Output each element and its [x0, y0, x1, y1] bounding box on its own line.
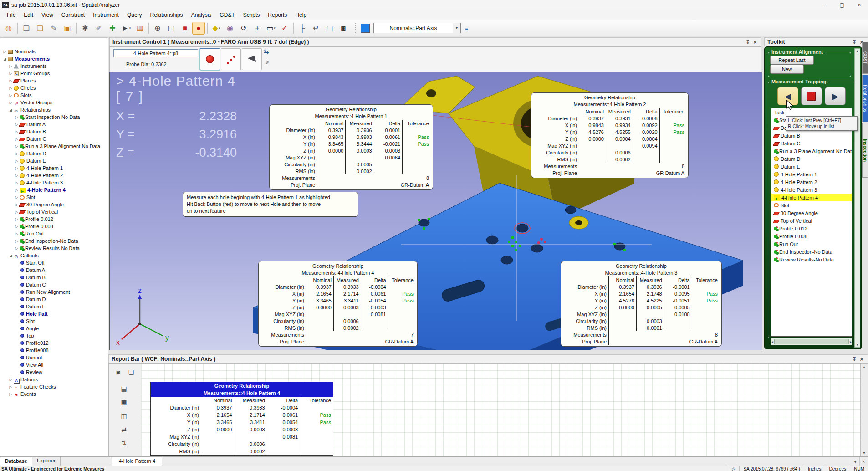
tree-item[interactable]: ▷Vector Groups: [0, 99, 108, 106]
nav-tab-explorer[interactable]: Explorer: [32, 457, 61, 466]
frame-combo[interactable]: Nominals::Part Axis ▾: [373, 23, 461, 33]
expand-arrow-icon[interactable]: ▷: [14, 159, 19, 163]
expand-arrow-icon[interactable]: ▷: [14, 181, 19, 185]
expand-arrow-icon[interactable]: ◢: [8, 254, 13, 258]
tree-item[interactable]: ▷Events: [0, 390, 108, 398]
task-item[interactable]: Datum E: [771, 163, 852, 170]
add-instrument-icon[interactable]: ✚: [106, 22, 119, 35]
tree-item[interactable]: ▷Point Groups: [0, 70, 108, 77]
expand-arrow-icon[interactable]: ▷: [14, 246, 19, 251]
tree-item[interactable]: ◢Relationships: [0, 106, 108, 113]
menu-item-edit[interactable]: Edit: [20, 12, 37, 18]
pin-icon[interactable]: [745, 39, 751, 45]
pin-icon[interactable]: [851, 39, 858, 45]
expand-arrow-icon[interactable]: ▷: [14, 152, 19, 156]
tree-item[interactable]: Review: [0, 369, 108, 376]
expand-arrow-icon[interactable]: ▷: [14, 188, 19, 192]
expand-arrow-icon[interactable]: ◢: [2, 57, 7, 61]
expand-arrow-icon[interactable]: ▷: [8, 93, 13, 97]
menu-item-help[interactable]: Help: [291, 12, 311, 18]
chevron-down-icon[interactable]: ▾: [453, 23, 460, 33]
single-point-button[interactable]: [200, 48, 220, 70]
close-button[interactable]: ×: [851, 0, 868, 10]
task-item[interactable]: Datum D: [771, 155, 852, 163]
task-item[interactable]: Top of Vertical: [771, 217, 852, 225]
menu-item-query[interactable]: Query: [123, 12, 146, 18]
tree-item[interactable]: ▷Profile 0.012: [0, 215, 108, 223]
report-layout-rows-icon[interactable]: ▤: [119, 384, 129, 393]
report-document-tab[interactable]: 4-Hole Pattern 4: [112, 457, 162, 466]
tree-item[interactable]: Profile008: [0, 347, 108, 354]
selection-box-icon[interactable]: ▢: [323, 22, 336, 35]
menu-item-instrument[interactable]: Instrument: [89, 12, 123, 18]
tree-item[interactable]: ▷4-Hole Pattern 1: [0, 164, 108, 172]
expand-arrow-icon[interactable]: ▷: [8, 101, 13, 105]
palette-icon[interactable]: ◉: [224, 22, 236, 35]
history-undo-icon[interactable]: ↺: [237, 22, 250, 35]
tree-item[interactable]: View All: [0, 361, 108, 369]
expand-arrow-icon[interactable]: ▷: [8, 378, 13, 382]
tree-item[interactable]: ▷Profile 0.008: [0, 223, 108, 230]
hierarchy-icon[interactable]: ▦: [133, 22, 146, 35]
tree-item[interactable]: ▷Nominals: [0, 48, 108, 55]
expand-arrow-icon[interactable]: ▷: [14, 115, 19, 119]
tree-item[interactable]: ▷Datum D: [0, 150, 108, 157]
menu-item-scripts[interactable]: Scripts: [239, 12, 264, 18]
jump-instrument-icon[interactable]: ◆▾: [210, 22, 223, 35]
menu-item-reports[interactable]: Reports: [264, 12, 291, 18]
run-inspection-icon[interactable]: ►▾: [120, 22, 133, 35]
menu-item-analysis[interactable]: Analysis: [187, 12, 216, 18]
tree-item[interactable]: Hole Patt: [0, 310, 108, 317]
expand-arrow-icon[interactable]: ▷: [8, 86, 13, 90]
remote-control-icon[interactable]: ⇆: [264, 48, 269, 55]
expand-arrow-icon[interactable]: ▷: [2, 50, 7, 54]
new-alignment-button[interactable]: New: [770, 65, 804, 74]
new-file-icon[interactable]: ❏: [20, 22, 33, 35]
tree-item[interactable]: Datum E: [0, 303, 108, 310]
close-icon[interactable]: [752, 39, 758, 45]
zoom-magnifier-icon[interactable]: ◎: [728, 466, 740, 471]
tree-item[interactable]: Datum A: [0, 266, 108, 274]
expand-arrow-icon[interactable]: ▷: [14, 144, 19, 148]
expand-arrow-icon[interactable]: ▷: [14, 225, 19, 229]
task-item[interactable]: Run Out: [771, 240, 852, 248]
expand-arrow-icon[interactable]: ▷: [14, 232, 19, 236]
expand-arrow-icon[interactable]: ▷: [8, 64, 13, 68]
next-feature-button[interactable]: [825, 87, 846, 105]
scan-probe-button[interactable]: [242, 48, 262, 70]
task-item[interactable]: 4-Hole Pattern 4: [771, 194, 852, 201]
task-item[interactable]: Datum C: [771, 139, 852, 147]
task-item[interactable]: Profile 0.012: [771, 225, 852, 232]
snapshot-camera-icon[interactable]: ◙: [337, 22, 350, 35]
expand-arrow-icon[interactable]: ▷: [14, 195, 19, 200]
expand-arrow-icon[interactable]: ▷: [14, 217, 19, 221]
tree-item[interactable]: ▷4-Hole Pattern 3: [0, 179, 108, 186]
task-item[interactable]: 4-Hole Pattern 1: [771, 170, 852, 178]
cube-view-icon[interactable]: ▢: [165, 22, 178, 35]
stream-points-button[interactable]: [221, 48, 241, 70]
tree-item[interactable]: ▷4-Hole Pattern 4: [0, 186, 108, 194]
task-list-horizontal-scrollbar[interactable]: ◂ ▸: [771, 338, 852, 345]
tree-item[interactable]: Datum B: [0, 274, 108, 281]
report-snapshot-icon[interactable]: ◙: [113, 368, 123, 377]
tree-item[interactable]: ▷Planes: [0, 77, 108, 84]
tree-item[interactable]: ▷Datum C: [0, 135, 108, 143]
report-copy-icon[interactable]: ❏: [126, 368, 136, 377]
tree-item[interactable]: ▷Run a 3 Plane Alignment-No Data: [0, 143, 108, 150]
display-monitor-icon[interactable]: ▭▾: [265, 22, 277, 35]
tree-item[interactable]: Run New Alignment: [0, 288, 108, 296]
scroll-thumb[interactable]: [774, 339, 849, 344]
expand-arrow-icon[interactable]: ▷: [8, 385, 13, 389]
expand-arrow-icon[interactable]: ▷: [14, 174, 19, 178]
chevron-down-icon[interactable]: ▾: [851, 457, 859, 466]
tree-item[interactable]: Datum C: [0, 281, 108, 288]
tree-item[interactable]: ▷Datum B: [0, 128, 108, 135]
scroll-up-icon[interactable]: ▴: [856, 49, 858, 53]
hand-probe-icon[interactable]: ✐: [265, 60, 270, 66]
menu-item-construct[interactable]: Construct: [57, 12, 89, 18]
tree-item[interactable]: ▷Slots: [0, 92, 108, 99]
task-item[interactable]: Run a 3 Plane Alignment-No Dat: [771, 147, 852, 155]
import-edit-icon[interactable]: ✎: [47, 22, 60, 35]
menu-item-file[interactable]: File: [3, 12, 20, 18]
expand-arrow-icon[interactable]: ▷: [8, 392, 13, 396]
